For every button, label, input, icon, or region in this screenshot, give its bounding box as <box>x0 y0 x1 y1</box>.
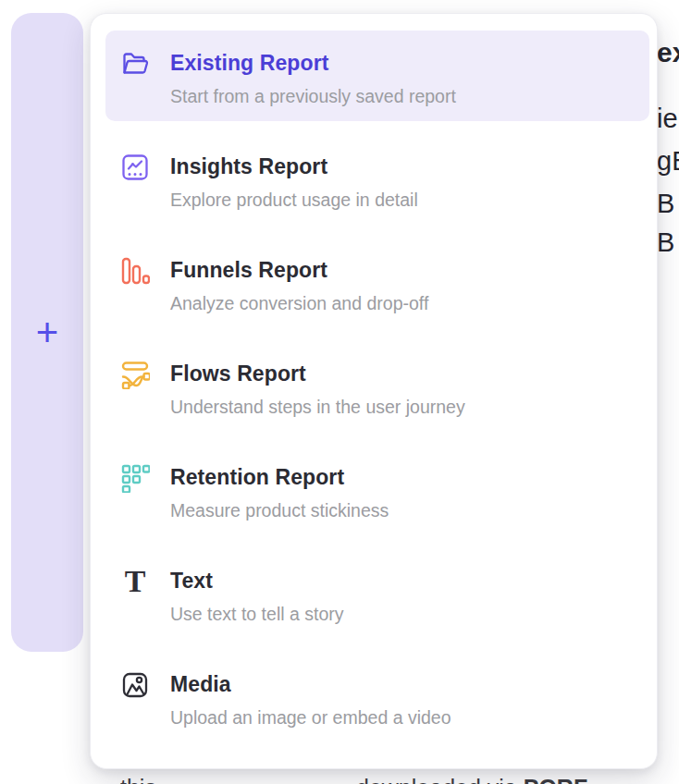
background-text-fragment: ex <box>657 37 679 68</box>
retention-grid-icon <box>120 463 150 493</box>
menu-item-flows-report[interactable]: Flows Report Understand steps in the use… <box>105 341 649 432</box>
menu-item-title: Flows Report <box>170 361 465 386</box>
folder-open-icon <box>120 49 150 79</box>
menu-item-title: Text <box>170 569 344 593</box>
insights-chart-icon <box>120 153 150 182</box>
background-text-fragment: gB <box>657 146 679 177</box>
menu-item-existing-report[interactable]: Existing Report Start from a previously … <box>105 31 649 121</box>
background-text-fragment: ie <box>657 104 678 134</box>
menu-item-subtitle: Start from a previously saved report <box>170 86 456 106</box>
menu-item-text[interactable]: T Text Use text to tell a story <box>105 548 649 639</box>
menu-item-title: Retention Report <box>170 465 389 489</box>
add-item-button[interactable]: + <box>36 313 59 352</box>
menu-item-subtitle: Analyze conversion and drop-off <box>170 293 428 313</box>
background-text-fragment: B <box>657 227 674 258</box>
flows-icon <box>120 360 150 389</box>
menu-item-funnels-report[interactable]: Funnels Report Analyze conversion and dr… <box>105 238 649 328</box>
menu-item-title: Funnels Report <box>170 258 428 282</box>
menu-item-subtitle: Use text to tell a story <box>170 604 344 624</box>
background-bottom-text-right: downloaded via PORF <box>356 775 587 784</box>
menu-item-retention-report[interactable]: Retention Report Measure product stickin… <box>105 445 649 535</box>
text-icon: T <box>120 567 150 596</box>
menu-item-title: Media <box>170 672 451 696</box>
menu-item-title: Insights Report <box>170 154 418 178</box>
add-report-menu: Existing Report Start from a previously … <box>90 13 658 769</box>
media-image-icon <box>120 670 150 700</box>
menu-item-subtitle: Explore product usage in detail <box>170 190 418 210</box>
funnel-bars-icon <box>120 256 150 286</box>
menu-item-subtitle: Understand steps in the user journey <box>170 397 465 417</box>
menu-item-title: Existing Report <box>170 51 456 75</box>
menu-item-subtitle: Measure product stickiness <box>170 500 389 521</box>
collapsed-sidebar: + <box>11 13 83 652</box>
menu-item-media[interactable]: Media Upload an image or embed a video <box>105 652 649 742</box>
background-text-fragment: B <box>657 189 674 219</box>
background-bottom-text-left: this <box>120 775 156 784</box>
menu-item-insights-report[interactable]: Insights Report Explore product usage in… <box>105 134 649 225</box>
menu-item-subtitle: Upload an image or embed a video <box>170 707 451 728</box>
